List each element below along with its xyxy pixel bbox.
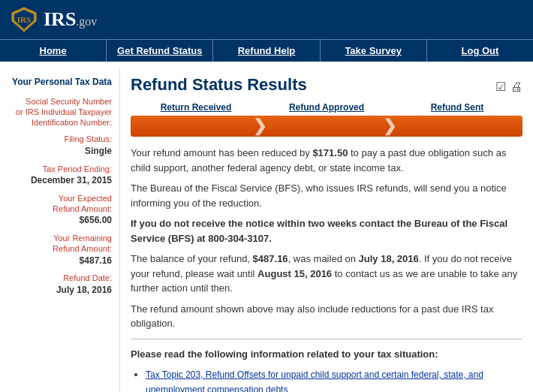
filing-status-value: Single (11, 145, 112, 158)
progress-bar: ❯ ❯ (131, 116, 522, 137)
list-item: Tax Topic 203, Refund Offsets for unpaid… (146, 367, 522, 392)
content-body: Your refund amount has been reduced by $… (131, 146, 522, 392)
remaining-refund-value: $487.16 (11, 255, 112, 267)
step-refund-sent[interactable]: Refund Sent (392, 102, 522, 113)
main-content: Refund Status Results ☑ 🖨 Return Receive… (120, 69, 533, 392)
refund-date-value: July 18, 2016 (11, 284, 112, 297)
divider (131, 339, 522, 339)
content-header: Refund Status Results ☑ 🖨 (131, 75, 522, 95)
header-icons: ☑ 🖨 (495, 80, 522, 94)
paragraph-4: The balance of your refund, $487.16, was… (131, 252, 522, 296)
sidebar-section-title: Your Personal Tax Data (11, 77, 112, 89)
page-title: Refund Status Results (131, 75, 307, 95)
tax-period-label: Tax Period Ending: (11, 164, 112, 174)
irs-logo-text: IRS.gov (44, 8, 97, 31)
nav-bar: Home Get Refund Status Refund Help Take … (0, 39, 533, 62)
irs-logo-icon: IRS (11, 6, 38, 33)
paragraph-5: The refund amount shown above may also i… (131, 302, 522, 331)
nav-get-refund-status[interactable]: Get Refund Status (107, 40, 213, 62)
tax-topic-203-link[interactable]: Tax Topic 203, Refund Offsets for unpaid… (146, 369, 483, 392)
main-wrapper: Your Personal Tax Data Social Security N… (0, 62, 533, 392)
checkbox-icon[interactable]: ☑ (495, 80, 506, 94)
read-links-list: Tax Topic 203, Refund Offsets for unpaid… (131, 367, 522, 392)
paragraph-2: The Bureau of the Fiscal Service (BFS), … (131, 181, 522, 210)
paragraph-3: If you do not receive the notice within … (131, 216, 522, 246)
step-refund-approved[interactable]: Refund Approved (261, 102, 392, 113)
nav-home[interactable]: Home (0, 40, 107, 62)
expected-refund-value: $656.00 (11, 214, 112, 227)
arrow-sep-1: ❯ (252, 116, 267, 137)
progress-section: Return Received Refund Approved Refund S… (131, 102, 522, 137)
remaining-refund-label: Your RemainingRefund Amount: (11, 233, 112, 255)
nav-take-survey[interactable]: Take Survey (321, 40, 427, 62)
progress-labels: Return Received Refund Approved Refund S… (131, 102, 522, 113)
sidebar: Your Personal Tax Data Social Security N… (0, 69, 120, 392)
tax-period-value: December 31, 2015 (11, 174, 112, 187)
progress-bar-fill (131, 116, 522, 137)
nav-log-out[interactable]: Log Out (427, 40, 533, 62)
refund-date-label: Refund Date: (11, 273, 112, 283)
paragraph-1: Your refund amount has been reduced by $… (131, 146, 522, 175)
print-icon[interactable]: 🖨 (510, 80, 522, 94)
nav-refund-help[interactable]: Refund Help (213, 40, 320, 62)
filing-status-label: Filing Status: (11, 134, 112, 144)
ssn-label: Social Security Numberor IRS Individual … (11, 96, 112, 128)
arrow-sep-2: ❯ (382, 116, 397, 137)
step-return-received[interactable]: Return Received (131, 102, 261, 113)
site-header: IRS IRS.gov (0, 0, 533, 39)
expected-refund-label: Your ExpectedRefund Amount: (11, 193, 112, 215)
read-section-title: Please read the following information re… (131, 347, 522, 362)
svg-text:IRS: IRS (17, 15, 31, 24)
